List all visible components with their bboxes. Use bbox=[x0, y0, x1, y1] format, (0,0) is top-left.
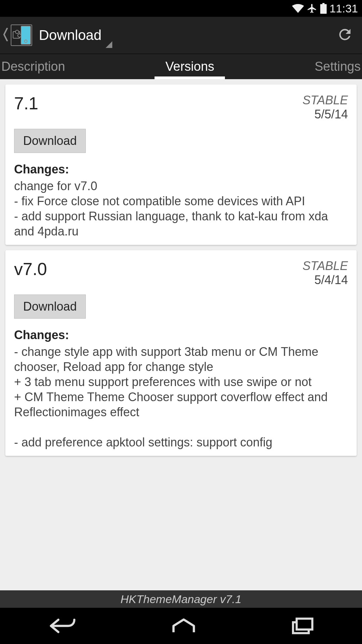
nav-back-button[interactable] bbox=[37, 613, 87, 639]
action-bar-home[interactable]: Download bbox=[3, 24, 333, 46]
changes-body: - change style app with support 3tab men… bbox=[14, 344, 348, 450]
tab-label: Settings bbox=[315, 59, 361, 74]
changes-body: change for v7.0 - fix Force close not co… bbox=[14, 178, 348, 239]
back-caret-icon bbox=[3, 28, 9, 43]
version-date: 5/4/14 bbox=[303, 273, 348, 287]
download-button[interactable]: Download bbox=[14, 294, 86, 319]
refresh-button[interactable] bbox=[333, 23, 357, 48]
version-card-header: 7.1 STABLE 5/5/14 bbox=[14, 93, 348, 121]
version-card-header: v7.0 STABLE 5/4/14 bbox=[14, 259, 348, 287]
action-bar: Download bbox=[0, 17, 362, 54]
status-time: 11:31 bbox=[329, 2, 358, 15]
version-meta: STABLE 5/4/14 bbox=[303, 259, 348, 287]
navigation-bar bbox=[0, 608, 362, 644]
airplane-mode-icon bbox=[307, 3, 317, 14]
tab-label: Versions bbox=[166, 59, 215, 74]
footer-app-label: HKThemeManager v7.1 bbox=[0, 590, 362, 608]
battery-icon bbox=[320, 3, 327, 14]
changes-label: Changes: bbox=[14, 328, 348, 342]
status-bar: 11:31 bbox=[0, 0, 362, 17]
version-card: v7.0 STABLE 5/4/14 Download Changes: - c… bbox=[5, 250, 357, 456]
versions-list[interactable]: 7.1 STABLE 5/5/14 Download Changes: chan… bbox=[0, 79, 362, 590]
action-bar-spinner[interactable]: Download bbox=[39, 27, 112, 43]
spinner-triangle-icon bbox=[106, 41, 112, 48]
version-name: v7.0 bbox=[14, 259, 47, 279]
action-bar-title: Download bbox=[39, 27, 102, 43]
tab-label: Description bbox=[1, 59, 65, 74]
svg-rect-1 bbox=[297, 619, 312, 629]
changes-label: Changes: bbox=[14, 162, 348, 176]
nav-home-button[interactable] bbox=[161, 613, 206, 639]
tab-versions[interactable]: Versions bbox=[132, 54, 248, 79]
xposed-app-icon bbox=[11, 24, 32, 46]
version-stability: STABLE bbox=[303, 93, 348, 107]
version-stability: STABLE bbox=[303, 259, 348, 273]
version-date: 5/5/14 bbox=[303, 107, 348, 121]
nav-recent-button[interactable] bbox=[281, 613, 325, 639]
download-button[interactable]: Download bbox=[14, 129, 86, 153]
tab-settings[interactable]: Settings bbox=[248, 54, 362, 79]
tab-bar: Description Versions Settings bbox=[0, 54, 362, 79]
version-meta: STABLE 5/5/14 bbox=[303, 93, 348, 121]
version-card: 7.1 STABLE 5/5/14 Download Changes: chan… bbox=[5, 85, 357, 245]
tab-description[interactable]: Description bbox=[0, 54, 132, 79]
wifi-icon bbox=[292, 3, 304, 13]
tab-active-indicator bbox=[155, 76, 225, 79]
version-name: 7.1 bbox=[14, 93, 38, 113]
